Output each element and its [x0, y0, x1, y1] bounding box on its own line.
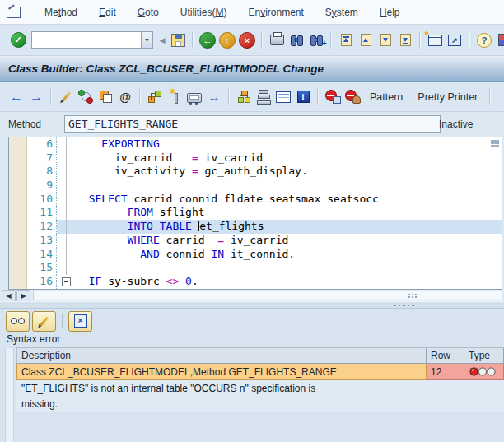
collapse-command-icon[interactable]: ◀ [156, 30, 168, 50]
test-button[interactable]: * [165, 87, 184, 107]
error-description-cell[interactable]: Class ZCL_BCUSER_FLIGHTMODEL,Method GET_… [16, 364, 427, 380]
code-text[interactable]: WHERE carrid = iv_carrid [76, 234, 502, 248]
code-line[interactable]: 7 iv_carrid = iv_carrid [9, 151, 502, 165]
syntax-check-button[interactable] [76, 87, 96, 107]
code-line[interactable]: 10 SELECT carrid connid fldate seatsmax … [9, 193, 502, 207]
line-number: 6 [27, 137, 57, 151]
error-message-line[interactable]: missing. [16, 396, 504, 412]
display-view-button[interactable] [6, 311, 30, 332]
help-button[interactable]: ? [474, 30, 494, 50]
code-text[interactable]: iv_carrid = iv_carrid [76, 151, 502, 165]
code-line[interactable]: 8 iv_activity = gc_auth_display. [9, 165, 502, 179]
menu-edit[interactable]: Edit [88, 4, 127, 21]
code-line[interactable]: 6 EXPORTING [9, 137, 502, 151]
marker-gutter[interactable] [9, 275, 27, 289]
code-text[interactable] [76, 261, 502, 275]
marker-gutter[interactable] [9, 193, 27, 207]
cancel-button[interactable]: × [237, 30, 257, 50]
editor-horizontal-scrollbar[interactable]: ◀ ▶ [2, 290, 502, 301]
test-icon: * [169, 90, 181, 104]
code-text[interactable] [76, 179, 502, 193]
code-line[interactable]: 11 FROM sflight [9, 206, 502, 220]
code-line[interactable]: 16 IF sy-subrc <> 0. [9, 275, 502, 289]
method-name-field[interactable] [64, 115, 441, 133]
menu-help[interactable]: Help [369, 4, 411, 21]
runtime-analysis-button[interactable] [184, 87, 204, 107]
enter-button[interactable]: ✓ [8, 30, 28, 50]
menu-method[interactable]: Method [34, 4, 88, 21]
customize-layout-button[interactable] [494, 30, 504, 50]
previous-page-button[interactable] [356, 30, 376, 50]
goto-button[interactable]: ↔ [204, 87, 224, 107]
code-line[interactable]: 14 AND connid IN it_connid. [9, 248, 502, 262]
navigation-button[interactable] [145, 87, 165, 107]
create-shortcut-button[interactable]: ↗ [445, 30, 464, 50]
marker-gutter[interactable] [9, 179, 27, 193]
marker-gutter[interactable] [9, 234, 27, 248]
where-used-button[interactable]: @ [115, 87, 135, 107]
marker-gutter[interactable] [9, 151, 27, 165]
find-button[interactable] [287, 30, 306, 50]
pattern-button[interactable]: Pattern [362, 88, 410, 106]
code-text[interactable]: SELECT carrid connid fldate seatsmax sea… [76, 193, 502, 207]
sap-screen-icon[interactable] [7, 7, 21, 18]
code-text[interactable]: INTO TABLE et_flights [76, 220, 502, 234]
next-page-button[interactable] [376, 30, 395, 50]
marker-gutter[interactable] [9, 261, 27, 275]
close-panel-button[interactable]: × [68, 311, 92, 332]
abap-code-editor[interactable]: 6 EXPORTING7 iv_carrid = iv_carrid8 iv_a… [8, 137, 502, 290]
error-type-cell[interactable] [464, 364, 504, 380]
code-text[interactable]: AND connid IN it_connid. [76, 248, 502, 262]
method-list-button[interactable] [273, 87, 293, 107]
code-line[interactable]: 9 [9, 179, 502, 193]
find-next-button[interactable]: + [306, 30, 326, 50]
scroll-right-icon[interactable]: ▶ [16, 290, 30, 302]
edit-view-button[interactable] [32, 311, 56, 332]
splitter-grip-icon[interactable] [491, 140, 499, 147]
menu-system[interactable]: System [315, 4, 369, 21]
exit-button[interactable]: ↑ [217, 30, 237, 50]
new-session-button[interactable]: * [425, 30, 445, 50]
error-row[interactable]: Class ZCL_BCUSER_FLIGHTMODEL,Method GET_… [16, 364, 504, 380]
code-text[interactable]: iv_activity = gc_auth_display. [76, 165, 502, 179]
menu-environment[interactable]: Environment [237, 4, 314, 21]
marker-gutter[interactable] [9, 220, 27, 234]
code-line[interactable]: 15 [9, 261, 502, 275]
panel-splitter[interactable] [0, 301, 504, 309]
documentation-button[interactable]: i [293, 87, 313, 107]
error-message-line[interactable]: "ET_FLIGHTS" is not an internal table "O… [16, 380, 504, 396]
fold-gutter[interactable] [57, 275, 76, 289]
marker-gutter[interactable] [9, 248, 27, 262]
inheritance-button[interactable] [254, 87, 273, 107]
code-line[interactable]: 13 WHERE carrid = iv_carrid [9, 234, 502, 248]
menu-goto[interactable]: Goto [127, 4, 170, 21]
scroll-left-icon[interactable]: ◀ [2, 290, 16, 302]
pretty-printer-button[interactable]: Pretty Printer [410, 88, 485, 106]
last-page-button[interactable] [395, 30, 415, 50]
marker-gutter[interactable] [9, 165, 27, 179]
error-row-number-cell[interactable]: 12 [427, 364, 464, 380]
forward-nav-button[interactable]: → [26, 87, 46, 107]
menu-utilities[interactable]: Utilities(M) [170, 4, 238, 21]
display-change-button[interactable] [56, 87, 76, 107]
code-text[interactable]: EXPORTING [76, 137, 502, 151]
print-button[interactable] [267, 30, 287, 50]
first-page-button[interactable] [336, 30, 356, 50]
collapse-toggle-icon[interactable] [62, 277, 71, 286]
marker-gutter[interactable] [9, 206, 27, 220]
back-nav-button[interactable]: ← [7, 87, 26, 107]
save-button[interactable] [168, 30, 188, 50]
code-text[interactable]: FROM sflight [76, 206, 502, 220]
scrollbar-grip-icon[interactable] [408, 294, 417, 295]
activate-button[interactable] [96, 87, 115, 107]
command-input[interactable] [31, 31, 141, 49]
code-line[interactable]: 12 INTO TABLE et_flights [9, 220, 502, 234]
class-hierarchy-button[interactable] [234, 87, 254, 107]
command-dropdown-icon[interactable]: ▼ [141, 31, 153, 49]
scrollbar-track[interactable] [33, 291, 502, 300]
marker-gutter[interactable] [9, 137, 27, 151]
external-breakpoint-button[interactable] [343, 87, 362, 107]
back-button[interactable]: ← [198, 30, 217, 50]
breakpoint-button[interactable] [323, 87, 343, 107]
code-text[interactable]: IF sy-subrc <> 0. [76, 275, 502, 289]
